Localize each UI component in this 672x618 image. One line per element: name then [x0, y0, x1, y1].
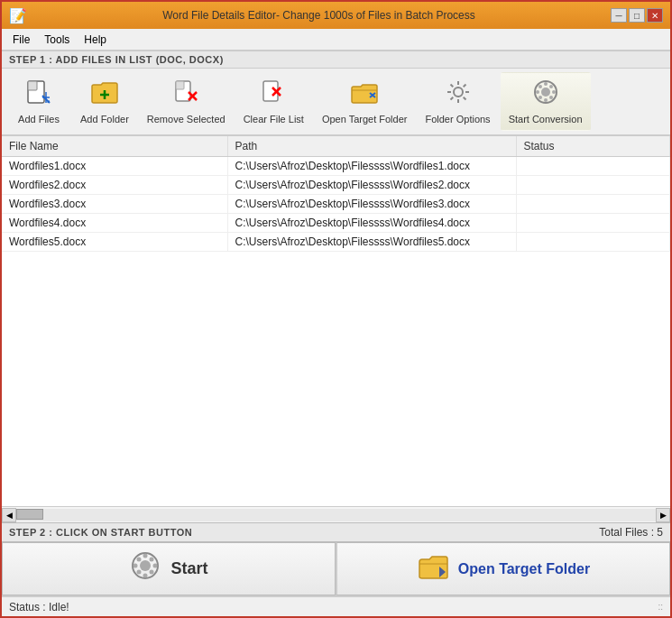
add-files-label: Add Files [18, 114, 60, 125]
add-files-button[interactable]: Add Files [7, 72, 70, 131]
svg-point-28 [544, 82, 548, 86]
remove-selected-button[interactable]: Remove Selected [139, 72, 234, 131]
close-button[interactable]: ✕ [647, 8, 663, 23]
col-filename: File Name [2, 136, 227, 157]
svg-point-44 [150, 558, 154, 562]
main-window: 📝 Word File Details Editor- Change 1000s… [0, 0, 672, 618]
maximize-button[interactable]: □ [629, 8, 645, 23]
scrollbar-area: ◀ ▶ [2, 506, 670, 522]
file-table: File Name Path Status Wordfiles1.docx C:… [2, 136, 670, 252]
svg-point-38 [143, 554, 148, 558]
cell-filename: Wordfiles2.docx [2, 176, 227, 195]
window-title: Word File Details Editor- Change 1000s o… [27, 9, 611, 22]
svg-point-31 [552, 90, 556, 94]
table-row[interactable]: Wordfiles5.docx C:\Users\Afroz\Desktop\F… [2, 233, 670, 252]
cell-path: C:\Users\Afroz\Desktop\Filessss\Wordfile… [227, 233, 516, 252]
cell-filename: Wordfiles1.docx [2, 157, 227, 176]
svg-point-40 [133, 564, 138, 568]
cell-filename: Wordfiles4.docx [2, 214, 227, 233]
scroll-right-button[interactable]: ▶ [656, 508, 670, 522]
start-button[interactable]: Start [2, 542, 336, 595]
table-row[interactable]: Wordfiles1.docx C:\Users\Afroz\Desktop\F… [2, 157, 670, 176]
title-bar: 📝 Word File Details Editor- Change 1000s… [2, 2, 670, 29]
cell-path: C:\Users\Afroz\Desktop\Filessss\Wordfile… [227, 214, 516, 233]
start-conversion-label: Start Conversion [509, 114, 583, 125]
svg-point-33 [549, 96, 553, 99]
svg-point-34 [549, 85, 553, 88]
cell-status [516, 233, 670, 252]
open-target-folder-big-button[interactable]: Open Target Folder [336, 542, 670, 595]
add-folder-button[interactable]: Add Folder [72, 72, 137, 131]
clear-file-list-button[interactable]: Clear File List [235, 72, 312, 131]
step2-label: STEP 2 : CLICK ON START BUTTON [9, 527, 192, 538]
table-row[interactable]: Wordfiles2.docx C:\Users\Afroz\Desktop\F… [2, 176, 670, 195]
svg-rect-9 [176, 81, 184, 89]
cell-status [516, 157, 670, 176]
cell-status [516, 214, 670, 233]
svg-point-41 [153, 564, 158, 568]
step1-header: STEP 1 : ADD FILES IN LIST (DOC, DOCX) [2, 51, 670, 69]
start-button-label: Start [170, 559, 207, 578]
svg-line-23 [463, 97, 465, 100]
open-target-folder-big-label: Open Target Folder [458, 561, 590, 577]
add-folder-label: Add Folder [80, 114, 129, 125]
svg-point-35 [539, 96, 542, 99]
start-conversion-icon [531, 78, 560, 111]
menu-help[interactable]: Help [77, 32, 114, 48]
svg-point-32 [539, 85, 542, 88]
scroll-left-button[interactable]: ◀ [2, 508, 16, 522]
folder-options-icon [444, 78, 473, 111]
svg-point-43 [150, 570, 154, 575]
status-text: Status : Idle! [9, 601, 69, 613]
minimize-button[interactable]: ─ [611, 8, 627, 23]
svg-point-37 [140, 560, 151, 571]
svg-point-39 [143, 574, 148, 578]
clear-file-list-label: Clear File List [244, 114, 304, 125]
file-list[interactable]: File Name Path Status Wordfiles1.docx C:… [2, 136, 670, 506]
toolbar: Add Files Add Folder Remo [2, 69, 670, 136]
scroll-thumb[interactable] [16, 509, 43, 520]
remove-selected-icon [171, 78, 200, 111]
window-controls: ─ □ ✕ [611, 8, 663, 23]
start-conversion-button[interactable]: Start Conversion [501, 72, 591, 131]
table-row[interactable]: Wordfiles3.docx C:\Users\Afroz\Desktop\F… [2, 195, 670, 214]
cell-path: C:\Users\Afroz\Desktop\Filessss\Wordfile… [227, 157, 516, 176]
svg-line-25 [450, 97, 453, 100]
svg-point-42 [137, 558, 142, 562]
menu-tools[interactable]: Tools [37, 32, 77, 48]
open-target-folder-icon [350, 78, 379, 111]
add-folder-icon [90, 78, 119, 111]
remove-selected-label: Remove Selected [147, 114, 226, 125]
total-files: Total Files : 5 [599, 526, 663, 539]
clear-file-list-icon [259, 78, 288, 111]
svg-point-45 [137, 570, 142, 575]
folder-options-button[interactable]: Folder Options [417, 72, 498, 131]
status-bar: Status : Idle! :: [2, 596, 670, 616]
svg-point-29 [544, 98, 548, 102]
svg-point-27 [541, 88, 550, 97]
open-target-folder-button[interactable]: Open Target Folder [314, 72, 416, 131]
open-target-folder-label: Open Target Folder [322, 114, 408, 125]
col-status: Status [516, 136, 670, 157]
svg-point-17 [454, 88, 463, 97]
step2-bar: STEP 2 : CLICK ON START BUTTON Total Fil… [2, 522, 670, 542]
bottom-buttons: Start Open Target Folder [2, 542, 670, 596]
resize-grip: :: [658, 602, 663, 612]
folder-options-label: Folder Options [425, 114, 490, 125]
cell-status [516, 176, 670, 195]
cell-path: C:\Users\Afroz\Desktop\Filessss\Wordfile… [227, 176, 516, 195]
start-big-icon [129, 549, 161, 588]
open-folder-big-icon [417, 549, 449, 588]
svg-point-30 [536, 90, 539, 94]
svg-rect-1 [28, 81, 37, 90]
svg-line-24 [463, 84, 465, 87]
col-path: Path [227, 136, 516, 157]
menu-bar: File Tools Help [2, 29, 670, 51]
menu-file[interactable]: File [5, 32, 37, 48]
cell-filename: Wordfiles3.docx [2, 195, 227, 214]
cell-filename: Wordfiles5.docx [2, 233, 227, 252]
add-files-icon [24, 78, 53, 111]
svg-line-22 [450, 84, 453, 87]
table-row[interactable]: Wordfiles4.docx C:\Users\Afroz\Desktop\F… [2, 214, 670, 233]
cell-path: C:\Users\Afroz\Desktop\Filessss\Wordfile… [227, 195, 516, 214]
